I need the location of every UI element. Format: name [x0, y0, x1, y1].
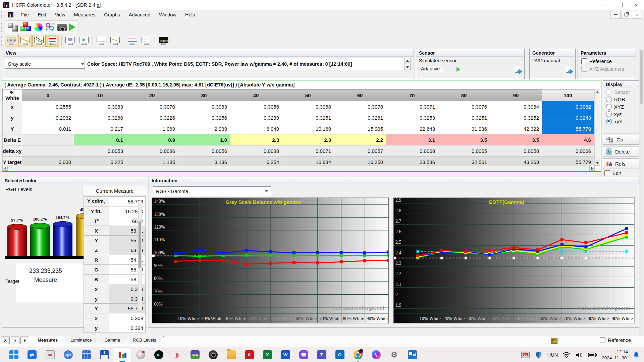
delete-button[interactable]: ↻ Delete — [603, 146, 640, 157]
cell-Y-80[interactable]: 31.936 — [438, 123, 490, 134]
measures-horizontal-scrollbar[interactable] — [2, 166, 595, 171]
cell-x-60[interactable]: 0.3078 — [334, 101, 386, 112]
cell-y-60[interactable]: 0.3261 — [334, 112, 386, 123]
taskbar-messenger-icon[interactable]: ϟ — [367, 348, 385, 362]
tab-close-button[interactable]: X — [1, 337, 10, 344]
scroll-left-button[interactable] — [2, 166, 8, 171]
cell-Delta-E-90[interactable]: 3.5 — [490, 134, 542, 145]
configure-sensor-icon[interactable] — [8, 22, 18, 32]
col-header-20[interactable]: 20 — [126, 89, 178, 101]
radio-circle[interactable] — [606, 111, 612, 117]
toolbar-cie-chart-view-button[interactable] — [63, 35, 77, 47]
col-header-90[interactable]: 90 — [490, 89, 542, 101]
cell-y-30[interactable]: 0.3256 — [178, 112, 230, 123]
sensor-mode[interactable]: Adaptive — [419, 66, 442, 72]
refs-button[interactable]: Refs — [603, 158, 640, 169]
col-header-30[interactable]: 30 — [178, 89, 230, 101]
information-view-select[interactable]: RGB - Gamma — [153, 186, 271, 196]
cell-Delta-E-0[interactable] — [22, 134, 74, 145]
measures-vertical-scrollbar[interactable] — [594, 89, 600, 166]
edit-checkbox-box[interactable] — [604, 170, 610, 176]
col-header-50[interactable]: 50 — [282, 89, 334, 101]
battery-icon[interactable] — [588, 352, 597, 358]
cell-Delta-E-100[interactable]: 4.6 — [542, 134, 594, 145]
cell-x-20[interactable]: 0.3070 — [126, 101, 178, 112]
cell-y-90[interactable]: 0.3252 — [490, 112, 542, 123]
cell-x-10[interactable]: 0.3083 — [74, 101, 126, 112]
taskbar-teamviewer-icon[interactable]: ⇄ — [23, 348, 41, 362]
cell-y-0[interactable]: 0.2932 — [22, 112, 74, 123]
taskbar-viber-icon[interactable]: ☎ — [294, 348, 313, 362]
tab-scroll-left-button[interactable] — [11, 337, 19, 344]
cell-Delta-E-10[interactable]: 0.1 — [74, 134, 126, 145]
sensor-play-icon[interactable] — [457, 67, 460, 72]
display-radio-rgb[interactable]: RGB — [606, 97, 630, 102]
cell-Delta-E-40[interactable]: 2.3 — [230, 134, 282, 145]
taskbar-explorer-icon[interactable] — [222, 348, 240, 362]
cell-y-20[interactable]: 0.3226 — [126, 112, 178, 123]
cell-x-30[interactable]: 0.3083 — [178, 101, 230, 112]
tab-scroll-right-button[interactable] — [20, 337, 29, 344]
scroll-down-button[interactable] — [595, 161, 600, 166]
radio-circle[interactable] — [606, 104, 612, 110]
display-radio-xyz[interactable]: xyz — [606, 111, 630, 117]
taskbar-mediaplayer-atom-icon[interactable] — [131, 348, 150, 362]
scroll-right-button[interactable] — [589, 166, 595, 171]
taskbar-screenconnect-icon[interactable]: SC — [41, 348, 59, 362]
measure-primaries-icon[interactable] — [34, 23, 43, 32]
cell-x-50[interactable]: 0.3068 — [282, 101, 334, 112]
col-header-0[interactable]: 0 — [22, 89, 74, 101]
cell-Delta-E-50[interactable]: 2.3 — [282, 134, 334, 145]
cell-delta-xy-20[interactable]: 0.0086 — [126, 145, 178, 157]
info-scroll-up-button[interactable] — [404, 58, 411, 64]
col-header-10[interactable]: 10 — [74, 89, 126, 101]
cell-delta-xy-40[interactable]: 0.0088 — [230, 145, 282, 157]
taskbar-start-icon[interactable] — [5, 348, 23, 362]
cell-Y-50[interactable]: 10.169 — [282, 123, 334, 134]
toolbar-generator-view-button[interactable] — [77, 35, 91, 47]
scroll-thumb[interactable] — [640, 50, 643, 104]
reference-checkbox[interactable]: Reference — [581, 58, 624, 64]
radio-circle[interactable] — [606, 97, 612, 102]
cell-Y-60[interactable]: 15.905 — [334, 123, 386, 134]
edit-checkbox[interactable]: Edit — [604, 170, 621, 176]
col-header-40[interactable]: 40 — [230, 89, 282, 101]
toolbar-gamma-curve-view-button[interactable] — [108, 35, 122, 47]
volume-icon[interactable] — [575, 352, 583, 358]
menu-window[interactable]: Window — [155, 11, 181, 18]
cell-y-100[interactable]: 0.3243 — [542, 112, 594, 123]
cell-delta-xy-80[interactable]: 0.0065 — [438, 145, 490, 157]
cell-delta-xy-10[interactable]: 0.0053 — [74, 145, 126, 157]
taskbar-acrobat-icon[interactable]: A — [240, 348, 258, 362]
cell-x-100[interactable]: 0.3082 — [542, 101, 594, 112]
tab-rgb-levels[interactable]: RGB Levels — [125, 336, 164, 344]
mdi-minimize-button[interactable] — [610, 11, 621, 19]
col-header-100[interactable]: 100 — [542, 89, 594, 101]
menu-advanced[interactable]: Advanced — [124, 11, 155, 18]
cell-Y-30[interactable]: 2.939 — [178, 123, 230, 134]
cell-y-70[interactable]: 0.3253 — [386, 112, 438, 123]
cell-delta-xy-70[interactable]: 0.0068 — [386, 145, 438, 157]
cell-delta-xy-30[interactable]: 0.0056 — [178, 145, 230, 157]
cell-x-0[interactable]: 0.2555 — [22, 101, 74, 112]
cell-Y-0[interactable]: 0.011 — [22, 123, 74, 134]
minimize-button[interactable] — [598, 0, 613, 10]
taskbar-rew-icon[interactable]: REW — [186, 348, 204, 362]
view-mode-select[interactable]: Gray scale — [5, 59, 87, 69]
generator-config-icon[interactable] — [566, 67, 571, 73]
taskbar-webcam-icon[interactable] — [204, 348, 222, 362]
display-radio-xyy[interactable]: xyY — [606, 119, 630, 124]
toolbar-measures-grid-view-button[interactable] — [157, 35, 170, 47]
menu-help[interactable]: Help — [181, 11, 200, 18]
cell-Y-40[interactable]: 6.049 — [230, 123, 282, 134]
tab-gamma[interactable]: Gamma — [97, 336, 128, 344]
taskbar-settings-icon[interactable]: ⚙ — [385, 348, 403, 362]
taskbar-hcfr-icon[interactable] — [113, 348, 131, 362]
cell-Y-90[interactable]: 42.322 — [490, 123, 542, 134]
cm-value[interactable]: 0.324 — [109, 323, 146, 333]
cell-Delta-E-20[interactable]: 0.9 — [126, 134, 178, 145]
colorspace-info-field[interactable]: Color Space: HDTV Rec709 , White Point: … — [85, 58, 409, 70]
tab-measures[interactable]: Measures — [30, 336, 65, 344]
maximize-button[interactable] — [613, 0, 629, 10]
taskbar-word-icon[interactable]: W — [276, 348, 294, 362]
